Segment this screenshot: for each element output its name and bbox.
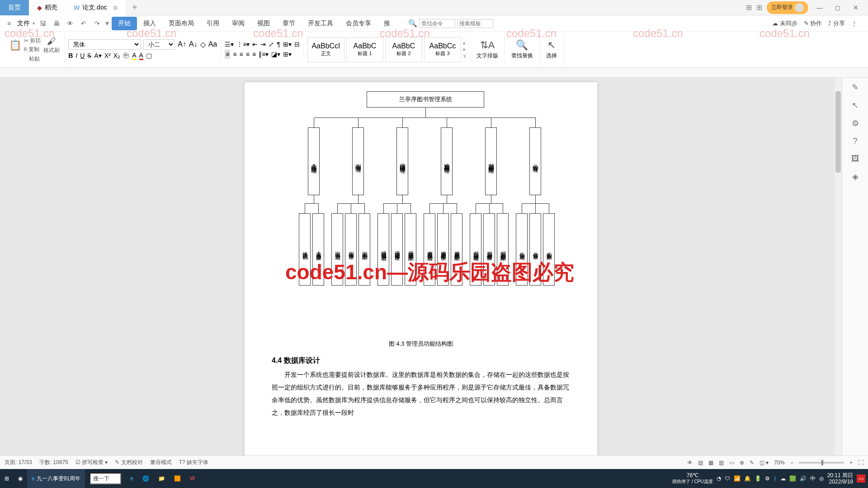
text-layout-button[interactable]: ⇅A文字排版 — [470, 34, 505, 66]
zoom-slider[interactable] — [799, 462, 844, 464]
fullscreen-icon[interactable]: ⛶ — [858, 460, 863, 466]
redo-icon[interactable]: ↷ — [92, 18, 103, 29]
ime-icon[interactable]: 中 — [810, 475, 816, 483]
tab-home[interactable]: 首页 — [0, 0, 29, 15]
more-icon[interactable]: ⋮ — [851, 20, 857, 27]
globe-icon[interactable]: ⊕ — [740, 460, 744, 466]
preview-icon[interactable]: 👁 — [65, 18, 75, 29]
tray-icon[interactable]: ◎ — [819, 475, 824, 482]
menu-7[interactable]: 开发工具 — [302, 17, 340, 30]
subscript-button[interactable]: X₂ — [113, 52, 120, 59]
menu-8[interactable]: 会员专享 — [340, 17, 377, 30]
indent-dec-icon[interactable]: ⇤ — [252, 41, 258, 48]
sort-icon[interactable]: ⤢ — [269, 41, 274, 48]
tray-volume-icon[interactable]: 🔊 — [800, 475, 807, 482]
undo-icon[interactable]: ↶ — [78, 18, 89, 29]
style-down-icon[interactable]: ▾ — [463, 47, 466, 52]
style-item-3[interactable]: AaBbCc标题 3 — [424, 37, 461, 62]
file-menu[interactable]: 文件 — [17, 19, 30, 28]
cortana-icon[interactable]: ◉ — [14, 469, 27, 488]
taskbar-search[interactable] — [90, 473, 121, 484]
settings-icon[interactable]: ⚙ — [852, 118, 859, 128]
save-icon[interactable]: 🖫 — [38, 18, 48, 29]
share-button[interactable]: ⤴ 分享 — [828, 19, 845, 28]
font-color-button[interactable]: A — [139, 52, 143, 60]
zoom-level[interactable]: 70% — [774, 460, 785, 466]
edit-icon[interactable]: ✎ — [750, 460, 754, 466]
find-replace-button[interactable]: 🔍查找替换 — [505, 34, 540, 66]
align-justify-icon[interactable]: ≡ — [246, 51, 250, 58]
tray-icon[interactable]: 🔋 — [755, 475, 761, 482]
missing-font[interactable]: T? 缺失字体 — [179, 459, 208, 466]
cut-button[interactable]: ✂ 剪切 — [24, 37, 41, 45]
scrollbar[interactable] — [835, 78, 842, 455]
fit-icon[interactable]: ◫ ▾ — [760, 460, 769, 466]
tray-icon[interactable]: ⚙ — [765, 475, 770, 482]
chrome-icon[interactable]: 🌐 — [138, 469, 154, 488]
menu-5[interactable]: 视图 — [251, 17, 276, 30]
table-icon[interactable]: ⊞▾ — [283, 51, 292, 58]
menu-6[interactable]: 章节 — [276, 17, 302, 30]
font-family-select[interactable]: 黑体 — [68, 39, 141, 50]
menu-icon[interactable]: ≡ — [4, 18, 14, 29]
bullet-list-icon[interactable]: ☰▾ — [225, 41, 234, 48]
show-marks-icon[interactable]: ¶ — [277, 41, 280, 48]
underline-button[interactable]: U — [80, 52, 85, 59]
eye-icon[interactable]: 👁 — [687, 460, 693, 466]
tray-icon[interactable]: 🛡 — [725, 475, 730, 482]
number-list-icon[interactable]: ⋮≡▾ — [236, 41, 250, 48]
search-template-input[interactable] — [457, 19, 493, 28]
case-icon[interactable]: Aa — [208, 40, 217, 48]
login-button[interactable]: 立即登录 — [767, 1, 808, 14]
proof-button[interactable]: ✎ 文档校对 — [115, 459, 142, 466]
clock[interactable]: 20:11 周日2022/9/18 — [827, 472, 853, 485]
browser-task[interactable]: e九一八事变91周年 — [27, 469, 85, 488]
char-border-button[interactable]: ▢ — [146, 52, 152, 59]
style-up-icon[interactable]: ▴ — [463, 40, 466, 45]
bold-button[interactable]: B — [68, 52, 73, 59]
strike-button[interactable]: S̶ — [87, 52, 91, 59]
menu-3[interactable]: 引用 — [200, 17, 226, 30]
tab-new[interactable]: + — [126, 2, 144, 13]
close-icon[interactable]: ✕ — [849, 4, 863, 11]
font-dropdown[interactable]: A▾ — [94, 52, 101, 59]
tray-icon[interactable]: ◔ — [717, 475, 721, 482]
tray-icon[interactable]: ☁ — [780, 475, 786, 482]
zoom-out-icon[interactable]: − — [790, 460, 793, 466]
italic-button[interactable]: I — [75, 52, 77, 59]
word-count[interactable]: 字数: 10875 — [39, 459, 68, 466]
view-web-icon[interactable]: ▥ — [719, 460, 724, 466]
style-more-icon[interactable]: ⊻ — [463, 54, 466, 59]
menu-0[interactable]: 开始 — [112, 17, 137, 30]
view-read-icon[interactable]: ▭ — [729, 460, 734, 466]
copy-button[interactable]: ⎘ 复制 — [24, 46, 41, 53]
cursor-icon[interactable]: ↖ — [852, 100, 859, 110]
line-spacing-icon[interactable]: ‖≡▾ — [259, 51, 269, 58]
page-indicator[interactable]: 页面: 17/33 — [5, 459, 32, 466]
help-icon[interactable]: ? — [853, 136, 857, 146]
phonetic-button[interactable]: ㊥ — [123, 52, 129, 60]
minimize-icon[interactable]: — — [813, 4, 826, 11]
shading-icon[interactable]: ◪▾ — [271, 51, 280, 58]
app-icon[interactable]: 🟧 — [170, 469, 185, 488]
clear-format-icon[interactable]: ◇ — [200, 40, 206, 49]
notification-icon[interactable]: ▭ — [857, 474, 865, 483]
maximize-icon[interactable]: ◻ — [831, 4, 844, 11]
align-dist-icon[interactable]: ≡ — [252, 51, 256, 58]
tab-icon[interactable]: ⊟ — [294, 41, 300, 48]
wps-icon[interactable]: W — [185, 469, 199, 488]
menu-9[interactable]: 推 — [377, 17, 396, 30]
superscript-button[interactable]: X² — [104, 52, 111, 59]
grow-font-icon[interactable]: A↑ — [178, 40, 186, 48]
border-icon[interactable]: ⊞▾ — [283, 41, 292, 48]
style-item-1[interactable]: AaBbC标题 1 — [346, 37, 383, 62]
tab-dup-icon[interactable]: ⧉ — [113, 5, 118, 11]
layout-icon[interactable]: ⊞ — [746, 3, 752, 12]
start-button[interactable]: ⊞ — [0, 469, 14, 488]
scroll-thumb[interactable] — [835, 91, 841, 173]
search-cmd-input[interactable] — [419, 19, 455, 28]
align-center-icon[interactable]: ≡ — [233, 51, 236, 58]
tray-icon[interactable]: 🟩 — [789, 475, 796, 482]
tray-bluetooth-icon[interactable]: ᛒ — [774, 475, 777, 482]
cloud-icon[interactable]: ☁ 未同步 — [772, 19, 797, 28]
